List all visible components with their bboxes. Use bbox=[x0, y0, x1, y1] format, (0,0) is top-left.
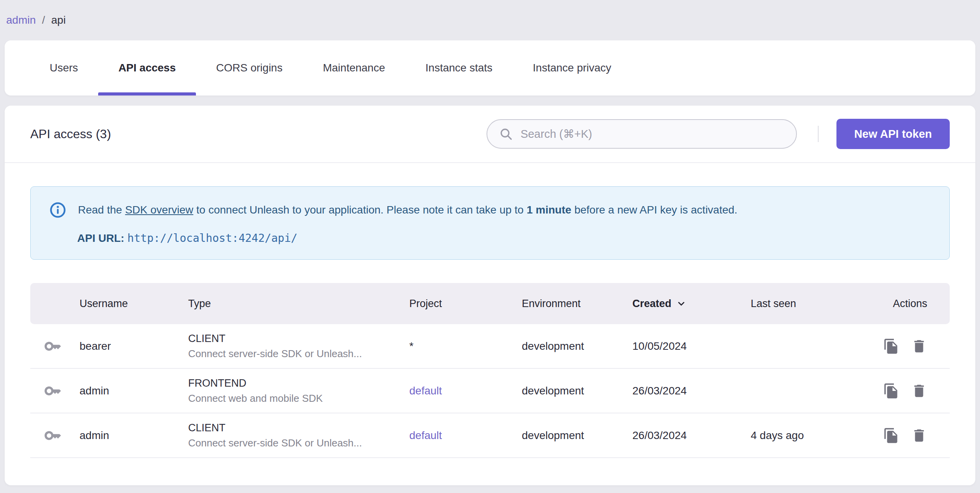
cell-created: 10/05/2024 bbox=[632, 340, 751, 352]
cell-type: FRONTEND Connect web and mobile SDK bbox=[188, 377, 409, 404]
breadcrumb-admin-link[interactable]: admin bbox=[6, 14, 36, 26]
token-type-description: Connect server-side SDK or Unleash... bbox=[188, 348, 409, 360]
column-header-environment[interactable]: Environment bbox=[522, 298, 632, 310]
search-icon bbox=[499, 127, 513, 141]
cell-last-seen: 4 days ago bbox=[751, 429, 883, 442]
tab-users[interactable]: Users bbox=[29, 40, 98, 95]
cell-project: default bbox=[409, 385, 522, 397]
cell-type: CLIENT Connect server-side SDK or Unleas… bbox=[188, 333, 409, 360]
key-icon bbox=[42, 427, 64, 444]
trash-icon bbox=[911, 427, 927, 444]
search-box[interactable] bbox=[487, 119, 797, 149]
search-input[interactable] bbox=[521, 128, 784, 141]
tab-api-access[interactable]: API access bbox=[98, 40, 196, 95]
column-header-type[interactable]: Type bbox=[188, 298, 409, 310]
cell-actions bbox=[883, 427, 950, 444]
new-api-token-button[interactable]: New API token bbox=[836, 119, 950, 149]
api-tokens-table: Username Type Project Environment Create… bbox=[30, 283, 950, 458]
delete-token-button[interactable] bbox=[911, 427, 928, 444]
delete-token-button[interactable] bbox=[911, 382, 928, 399]
api-url-line: API URL:http://localhost:4242/api/ bbox=[49, 232, 931, 245]
token-type: FRONTEND bbox=[188, 377, 409, 389]
cell-created: 26/03/2024 bbox=[632, 385, 751, 397]
cell-environment: development bbox=[522, 385, 632, 397]
cell-project: default bbox=[409, 429, 522, 442]
alert-text-prefix: Read the bbox=[78, 204, 125, 216]
copy-icon bbox=[883, 383, 899, 399]
sdk-info-alert: Read the SDK overview to connect Unleash… bbox=[30, 186, 950, 260]
tab-instance-stats[interactable]: Instance stats bbox=[405, 40, 513, 95]
card-body: Read the SDK overview to connect Unleash… bbox=[5, 163, 975, 458]
breadcrumb-separator: / bbox=[42, 14, 45, 26]
card-header: API access (3) New API token bbox=[5, 106, 975, 163]
copy-icon bbox=[883, 427, 899, 444]
column-header-last-seen[interactable]: Last seen bbox=[751, 298, 883, 310]
cell-environment: development bbox=[522, 340, 632, 352]
cell-username: admin bbox=[80, 429, 188, 442]
copy-token-button[interactable] bbox=[883, 338, 900, 355]
alert-text-middle: to connect Unleash to your application. … bbox=[193, 204, 526, 216]
api-url-separator: : bbox=[121, 232, 124, 244]
column-header-username[interactable]: Username bbox=[80, 298, 188, 310]
table-header-row: Username Type Project Environment Create… bbox=[30, 283, 950, 324]
table-row: admin FRONTEND Connect web and mobile SD… bbox=[30, 369, 950, 413]
tab-maintenance[interactable]: Maintenance bbox=[303, 40, 405, 95]
token-type: CLIENT bbox=[188, 333, 409, 345]
breadcrumb-current-page: api bbox=[51, 14, 66, 26]
api-url-value: http://localhost:4242/api/ bbox=[127, 232, 297, 245]
tab-cors-origins[interactable]: CORS origins bbox=[196, 40, 303, 95]
key-icon bbox=[42, 382, 64, 400]
cell-type: CLIENT Connect server-side SDK or Unleas… bbox=[188, 422, 409, 449]
table-row: bearer CLIENT Connect server-side SDK or… bbox=[30, 324, 950, 369]
tab-instance-privacy[interactable]: Instance privacy bbox=[513, 40, 631, 95]
token-type: CLIENT bbox=[188, 422, 409, 434]
info-icon bbox=[49, 201, 66, 219]
delete-token-button[interactable] bbox=[911, 338, 928, 355]
column-header-created-label: Created bbox=[632, 298, 672, 310]
cell-username: admin bbox=[80, 385, 188, 397]
header-divider bbox=[818, 126, 819, 142]
cell-actions bbox=[883, 338, 950, 355]
trash-icon bbox=[911, 383, 927, 399]
column-header-created[interactable]: Created bbox=[632, 298, 751, 310]
token-type-description: Connect server-side SDK or Unleash... bbox=[188, 437, 409, 449]
column-header-project[interactable]: Project bbox=[409, 298, 522, 310]
cell-project: * bbox=[409, 340, 522, 352]
alert-text-bold: 1 minute bbox=[526, 204, 571, 216]
cell-environment: development bbox=[522, 429, 632, 442]
trash-icon bbox=[911, 338, 927, 354]
table-row: admin CLIENT Connect server-side SDK or … bbox=[30, 413, 950, 458]
copy-token-button[interactable] bbox=[883, 382, 900, 399]
alert-text-suffix: before a new API key is activated. bbox=[571, 204, 738, 216]
project-link[interactable]: default bbox=[409, 429, 442, 441]
sort-desc-chevron-icon bbox=[676, 299, 686, 309]
cell-username: bearer bbox=[80, 340, 188, 352]
api-url-label: API URL bbox=[77, 232, 121, 244]
api-access-card: API access (3) New API token Read the S bbox=[5, 106, 975, 485]
key-icon bbox=[42, 337, 64, 355]
breadcrumb: admin / api bbox=[6, 14, 66, 26]
sdk-overview-link[interactable]: SDK overview bbox=[125, 204, 193, 216]
cell-actions bbox=[883, 382, 950, 399]
project-link[interactable]: default bbox=[409, 385, 442, 397]
copy-icon bbox=[883, 338, 899, 354]
page-title: API access (3) bbox=[30, 127, 111, 141]
alert-text: Read the SDK overview to connect Unleash… bbox=[78, 202, 738, 217]
cell-created: 26/03/2024 bbox=[632, 429, 751, 442]
token-type-description: Connect web and mobile SDK bbox=[188, 392, 409, 404]
column-header-actions: Actions bbox=[883, 298, 950, 310]
settings-tab-bar: Users API access CORS origins Maintenanc… bbox=[5, 40, 975, 95]
copy-token-button[interactable] bbox=[883, 427, 900, 444]
